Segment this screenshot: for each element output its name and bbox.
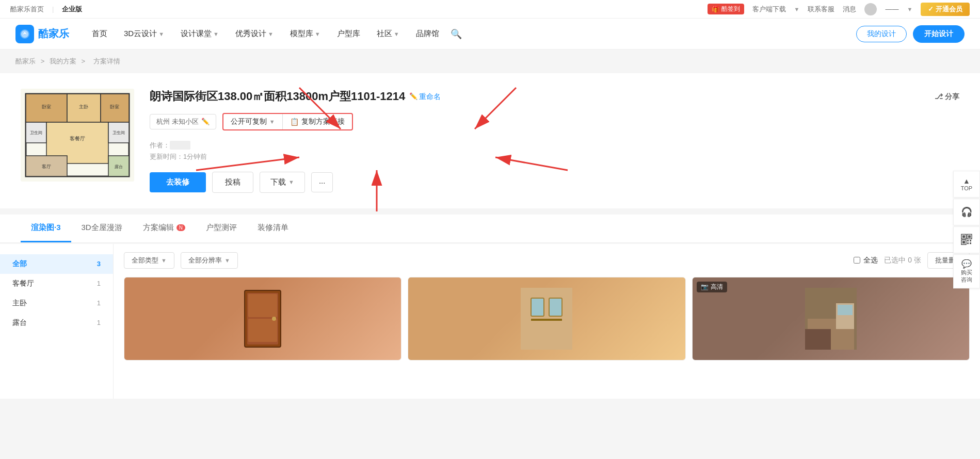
breadcrumb-home[interactable]: 酷家乐 <box>15 57 36 65</box>
gallery-card-3[interactable]: 📷 高清 <box>692 277 970 360</box>
resolution-filter-arrow-icon: ▼ <box>224 257 230 264</box>
author-name <box>170 141 190 150</box>
gallery-grid: 📷 高清 <box>124 277 970 360</box>
svg-point-27 <box>272 317 276 321</box>
svg-rect-38 <box>962 235 965 238</box>
nav-item-brands[interactable]: 品牌馆 <box>409 25 446 43</box>
svg-rect-26 <box>248 319 277 342</box>
back-to-top-button[interactable]: ▲ TOP <box>953 171 980 198</box>
nav-item-3ddesign[interactable]: 3D云设计 ▼ <box>117 25 171 43</box>
gallery-card-1[interactable] <box>124 277 401 360</box>
headphone-button[interactable]: 🎧 <box>953 199 980 225</box>
svg-rect-45 <box>967 242 969 244</box>
nav-right: 我的设计 开始设计 <box>856 25 965 43</box>
headphone-icon: 🎧 <box>961 206 972 218</box>
select-all-checkbox[interactable]: 全选 <box>854 256 878 265</box>
new-badge: N <box>176 224 185 231</box>
svg-rect-46 <box>970 242 971 244</box>
share-icon: ⎇ <box>935 92 943 102</box>
svg-text:露台: 露台 <box>115 165 123 169</box>
svg-rect-42 <box>962 241 965 243</box>
filter-living[interactable]: 客餐厅 1 <box>0 274 113 293</box>
download-button[interactable]: 下载 ▼ <box>260 172 305 193</box>
sidebar-filter: 全部 3 客餐厅 1 主卧 1 露台 1 <box>0 244 114 399</box>
project-thumbnail[interactable]: 卧室 主卧 卧室 卫生间 客餐厅 卫生间 客厅 露台 <box>21 89 134 182</box>
my-design-button[interactable]: 我的设计 <box>856 26 907 42</box>
filter-bedroom[interactable]: 主卧 1 <box>0 293 113 313</box>
filter-all[interactable]: 全部 3 <box>0 254 113 274</box>
submit-button[interactable]: 投稿 <box>212 172 253 193</box>
consult-label: 购买咨询 <box>961 269 972 284</box>
nav-item-good-design[interactable]: 优秀设计 ▼ <box>228 25 281 43</box>
dropdown-arrow-icon: ▼ <box>269 119 275 125</box>
filter-living-count: 1 <box>97 280 101 287</box>
svg-text:卧室: 卧室 <box>42 104 51 109</box>
project-meta-row: 杭州 未知小区 ✏️ 公开可复制 ▼ 📋 复制方案链接 <box>150 113 959 130</box>
svg-rect-35 <box>838 305 853 315</box>
search-icon[interactable]: 🔍 <box>451 28 462 40</box>
camera-icon: 📷 <box>701 283 709 290</box>
edit-location-icon: ✏️ <box>201 118 210 125</box>
qr-code-button[interactable] <box>953 226 980 253</box>
svg-rect-31 <box>531 319 562 321</box>
navbar: 酷家乐 首页 3D云设计 ▼ 设计课堂 ▼ 优秀设计 ▼ 模型库 ▼ 户型库 社… <box>0 19 980 50</box>
filter-balcony-count: 1 <box>97 319 101 326</box>
vip-button[interactable]: ✓ 开通会员 <box>921 3 970 16</box>
topbar: 酷家乐首页 | 企业版 🎁 酷签到 客户端下载 ▼ 联系客服 消息 —— ▼ ✓… <box>0 0 980 19</box>
nav-item-community[interactable]: 社区 ▼ <box>369 25 407 43</box>
visibility-select[interactable]: 公开可复制 ▼ <box>223 114 283 129</box>
gallery-card-img-3 <box>693 277 969 360</box>
kosign-button[interactable]: 🎁 酷签到 <box>708 4 744 14</box>
rename-link[interactable]: ✏️ 重命名 <box>409 92 441 102</box>
resolution-filter-button[interactable]: 全部分辨率 ▼ <box>181 252 238 269</box>
topbar-home-link[interactable]: 酷家乐首页 <box>10 5 44 14</box>
svg-rect-29 <box>531 298 544 316</box>
gallery-card-img-2 <box>408 277 685 360</box>
project-title-text: 朗诗国际街区138.00㎡面积13800m户型1101-1214 <box>150 89 405 105</box>
svg-text:卫生间: 卫生间 <box>30 130 42 135</box>
nav-arrow-icon: ▼ <box>268 31 274 37</box>
type-filter-arrow-icon: ▼ <box>161 257 167 264</box>
avatar[interactable] <box>864 3 877 15</box>
copy-link-button[interactable]: 📋 复制方案链接 <box>283 114 352 129</box>
tabs: 渲染图·3 3D全屋漫游 方案编辑 N 户型测评 装修清单 <box>21 215 959 242</box>
project-detail: 卧室 主卧 卧室 卫生间 客餐厅 卫生间 客厅 露台 <box>21 89 959 193</box>
gallery-card-2[interactable] <box>408 277 685 360</box>
download-link[interactable]: 客户端下载 <box>752 5 786 14</box>
tab-eval[interactable]: 户型测评 <box>196 215 247 242</box>
topbar-left: 酷家乐首页 | 企业版 <box>10 5 82 14</box>
filter-balcony[interactable]: 露台 1 <box>0 313 113 333</box>
start-design-button[interactable]: 开始设计 <box>913 25 965 43</box>
share-button-top[interactable]: ⎇ 分享 <box>935 92 959 102</box>
select-all-input[interactable] <box>854 257 860 264</box>
chat-icon: 💬 <box>961 259 972 269</box>
nav-item-home[interactable]: 首页 <box>85 25 115 43</box>
decorate-button[interactable]: 去装修 <box>150 172 206 192</box>
messages-link[interactable]: 消息 <box>843 5 856 14</box>
selected-count-text: 已选中 0 张 <box>884 256 921 265</box>
user-dropdown-icon[interactable]: ▼ <box>907 6 912 12</box>
nav-arrow-icon: ▼ <box>394 31 399 37</box>
hd-badge: 📷 高清 <box>697 282 727 292</box>
nav-arrow-icon: ▼ <box>158 31 164 37</box>
svg-text:主卧: 主卧 <box>79 104 88 109</box>
project-detail-card: 卧室 主卧 卧室 卫生间 客餐厅 卫生间 客厅 露台 <box>0 73 980 208</box>
more-button[interactable]: ··· <box>311 172 333 192</box>
tab-checklist[interactable]: 装修清单 <box>247 215 299 242</box>
nav-item-floorplans[interactable]: 户型库 <box>330 25 367 43</box>
breadcrumb-detail: 方案详情 <box>93 57 120 65</box>
nav-item-models[interactable]: 模型库 ▼ <box>283 25 328 43</box>
contact-link[interactable]: 联系客服 <box>808 5 834 14</box>
project-title-row: 朗诗国际街区138.00㎡面积13800m户型1101-1214 ✏️ 重命名 … <box>150 89 959 105</box>
nav-item-course[interactable]: 设计课堂 ▼ <box>173 25 226 43</box>
location-tag[interactable]: 杭州 未知小区 ✏️ <box>150 114 216 129</box>
gallery-section: 全部 3 客餐厅 1 主卧 1 露台 1 全部类型 ▼ 全部分辨率 ▼ <box>0 244 980 399</box>
tab-3dtour[interactable]: 3D全屋漫游 <box>71 215 133 242</box>
type-filter-button[interactable]: 全部类型 ▼ <box>124 252 174 269</box>
topbar-enterprise-link[interactable]: 企业版 <box>62 5 82 14</box>
breadcrumb-myplan[interactable]: 我的方案 <box>50 57 76 65</box>
logo[interactable]: 酷家乐 <box>15 25 69 43</box>
consult-button[interactable]: 💬 购买咨询 <box>953 254 980 288</box>
tab-edit[interactable]: 方案编辑 N <box>133 215 196 242</box>
tab-renders[interactable]: 渲染图·3 <box>21 215 71 242</box>
